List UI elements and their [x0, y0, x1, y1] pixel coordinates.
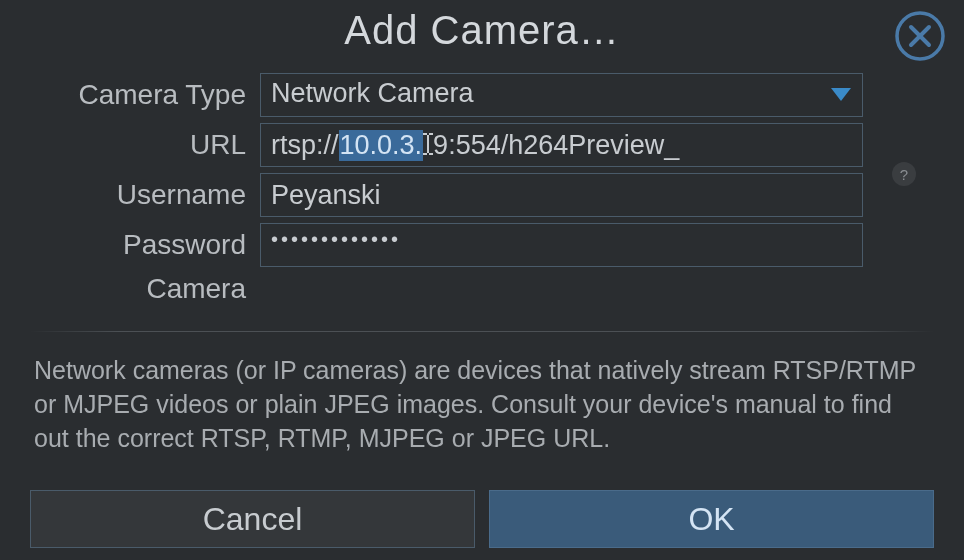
url-text-char: 9	[433, 130, 448, 161]
url-text-selection: 10.0.3.	[339, 130, 424, 161]
username-label: Username	[30, 179, 260, 211]
url-input[interactable]: rtsp://10.0.3.9:554/h264Preview_	[260, 123, 863, 167]
url-text-suffix: :554/h264Preview_	[448, 130, 679, 161]
close-button[interactable]	[894, 10, 946, 62]
url-text-prefix: rtsp://	[271, 130, 339, 161]
help-text: Network cameras (or IP cameras) are devi…	[0, 332, 964, 455]
camera-type-label: Camera Type	[30, 79, 260, 111]
help-button[interactable]: ?	[892, 162, 916, 186]
ok-button[interactable]: OK	[489, 490, 934, 548]
camera-type-select[interactable]: Network Camera	[260, 73, 863, 117]
url-label: URL	[30, 129, 260, 161]
username-input[interactable]	[260, 173, 863, 217]
help-icon: ?	[900, 166, 908, 183]
dialog-title: Add Camera…	[344, 8, 620, 52]
camera-label: Camera	[30, 273, 260, 305]
camera-type-value: Network Camera	[260, 73, 863, 117]
password-label: Password	[30, 229, 260, 261]
password-input[interactable]: •••••••••••••	[260, 223, 863, 267]
close-icon	[894, 10, 946, 62]
cancel-button[interactable]: Cancel	[30, 490, 475, 548]
